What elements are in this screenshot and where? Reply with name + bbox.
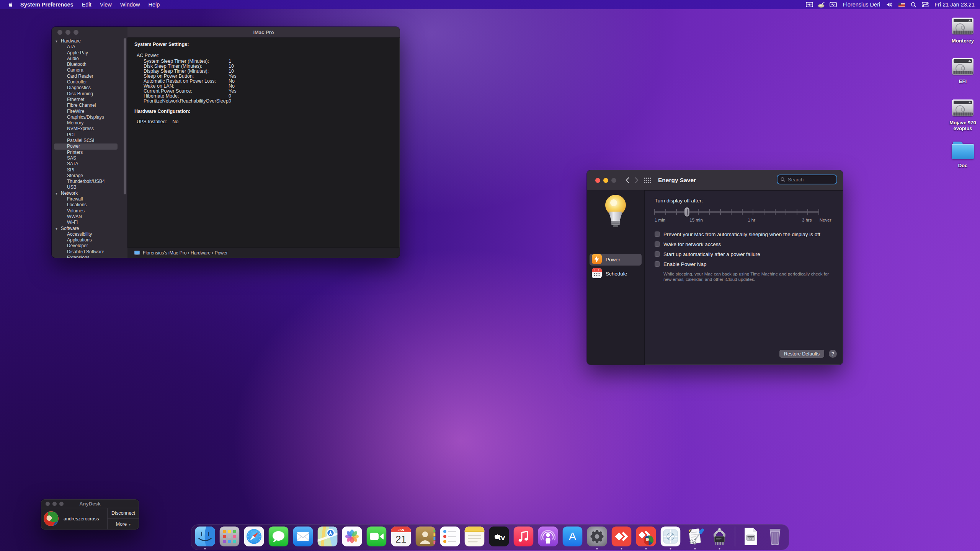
zoom-button[interactable]: [611, 178, 616, 183]
sysinfo-item-card-reader[interactable]: Card Reader: [52, 73, 127, 79]
close-button[interactable]: [57, 30, 62, 35]
sysinfo-item-thunderbolt-usb4[interactable]: Thunderbolt/USB4: [52, 179, 127, 184]
desktop-icon-efi[interactable]: EFI: [948, 58, 978, 84]
wireless-device-icon[interactable]: [817, 1, 826, 8]
sysinfo-item-sata[interactable]: SATA: [52, 161, 127, 167]
dock-item-podcasts[interactable]: [538, 527, 558, 546]
dock-item-tv[interactable]: tv: [489, 527, 509, 546]
menu-item-window[interactable]: Window: [116, 2, 144, 8]
window-title[interactable]: iMac Pro: [127, 27, 400, 38]
dock-item-app-store[interactable]: A: [563, 527, 583, 546]
sysinfo-item-storage[interactable]: Storage: [52, 173, 127, 179]
help-button[interactable]: ?: [829, 350, 837, 358]
more-button[interactable]: More ▾: [108, 518, 139, 530]
sysinfo-item-disabled-software[interactable]: Disabled Software: [52, 249, 127, 255]
us-flag-icon[interactable]: [897, 1, 906, 8]
sysinfo-item-parallel-scsi[interactable]: Parallel SCSI: [52, 138, 127, 143]
desktop-icon-doc[interactable]: Doc: [948, 142, 978, 168]
menu-item-edit[interactable]: Edit: [78, 2, 96, 8]
dock-item-safari[interactable]: [244, 527, 264, 546]
sysinfo-item-camera[interactable]: Camera: [52, 67, 127, 73]
sysinfo-item-apple-pay[interactable]: Apple Pay: [52, 50, 127, 56]
control-center-icon[interactable]: [921, 1, 929, 8]
anydesk-icon[interactable]: [829, 1, 838, 8]
user-menu[interactable]: Florensius Deri: [841, 2, 882, 8]
checkbox-unchecked[interactable]: [655, 251, 660, 257]
sysinfo-item-firewall[interactable]: Firewall: [52, 196, 127, 202]
sysinfo-item-extensions[interactable]: Extensions: [52, 255, 127, 258]
dock-item-maps[interactable]: [318, 527, 338, 546]
menu-item-view[interactable]: View: [96, 2, 116, 8]
sysinfo-item-developer[interactable]: Developer: [52, 243, 127, 249]
dock-item-config-tool[interactable]: [685, 527, 705, 546]
dock-item-trash[interactable]: [765, 527, 785, 546]
back-icon[interactable]: [626, 177, 629, 183]
slider-track[interactable]: [655, 211, 819, 213]
dock-item-finder[interactable]: [195, 527, 215, 546]
dock-item-contacts[interactable]: [416, 527, 436, 546]
sysinfo-item-controller[interactable]: Controller: [52, 79, 127, 85]
minimize-button[interactable]: [603, 178, 608, 183]
dock-item-anydesk-session[interactable]: [636, 527, 656, 546]
desktop-icon-mojave-970-evoplus[interactable]: Mojave 970 evoplus: [948, 99, 978, 131]
sysinfo-item-accessibility[interactable]: Accessibility: [52, 231, 127, 237]
dock-item-calendar[interactable]: JAN21: [391, 527, 411, 546]
checkbox-unchecked[interactable]: [655, 261, 660, 267]
sysinfo-section-software[interactable]: ▾Software: [52, 226, 127, 231]
sysinfo-item-sas[interactable]: SAS: [52, 155, 127, 161]
dock-item-mail[interactable]: [293, 527, 313, 546]
sidebar-scrollbar[interactable]: [124, 38, 126, 194]
anydesk-icon[interactable]: [805, 1, 814, 8]
sysinfo-item-usb[interactable]: USB: [52, 184, 127, 190]
sysinfo-item-memory[interactable]: Memory: [52, 120, 127, 126]
desktop-icon-monterey[interactable]: Monterey: [948, 18, 978, 44]
menu-item-help[interactable]: Help: [144, 2, 164, 8]
sysinfo-item-ethernet[interactable]: Ethernet: [52, 97, 127, 103]
dock-item-messages[interactable]: [269, 527, 289, 546]
dock-item-reminders[interactable]: [440, 527, 460, 546]
sysinfo-item-spi[interactable]: SPI: [52, 167, 127, 173]
dock-item-chip-tool[interactable]: [710, 527, 730, 546]
sysinfo-item-bluetooth[interactable]: Bluetooth: [52, 62, 127, 67]
show-all-grid-icon[interactable]: [644, 178, 651, 183]
volume-icon[interactable]: [885, 1, 894, 8]
sysinfo-section-hardware[interactable]: ▾Hardware: [52, 38, 127, 44]
checkbox-unchecked[interactable]: [655, 231, 660, 237]
checkbox-row-start-up-automatically-after-a-power-fai[interactable]: Start up automatically after a power fai…: [655, 251, 843, 257]
checkbox-row-enable-power-nap[interactable]: Enable Power Nap: [655, 261, 843, 267]
dock-item-music[interactable]: [514, 527, 534, 546]
dock-item-disk-image-file[interactable]: [741, 527, 761, 546]
restore-defaults-button[interactable]: Restore Defaults: [779, 350, 824, 358]
sysinfo-item-printers[interactable]: Printers: [52, 150, 127, 155]
sysinfo-item-graphics-displays[interactable]: Graphics/Displays: [52, 114, 127, 120]
sysinfo-item-applications[interactable]: Applications: [52, 237, 127, 243]
sysinfo-item-volumes[interactable]: Volumes: [52, 208, 127, 214]
dock-item-launchpad[interactable]: [220, 527, 240, 546]
sysinfo-section-network[interactable]: ▾Network: [52, 191, 127, 196]
sysinfo-item-firewire[interactable]: FireWire: [52, 109, 127, 114]
sysinfo-item-wwan[interactable]: WWAN: [52, 214, 127, 220]
forward-icon[interactable]: [635, 177, 639, 183]
energy-tab-power[interactable]: Power: [590, 254, 642, 266]
sysinfo-item-power[interactable]: Power: [54, 143, 118, 149]
checkbox-row-prevent-your-mac-from-automatically-slee[interactable]: Prevent your Mac from automatically slee…: [655, 231, 843, 237]
energy-tab-schedule[interactable]: Schedule: [590, 268, 642, 280]
sysinfo-item-audio[interactable]: Audio: [52, 56, 127, 62]
dock-item-notes[interactable]: [465, 527, 485, 546]
zoom-button[interactable]: [74, 30, 78, 35]
sysinfo-item-ata[interactable]: ATA: [52, 44, 127, 50]
menu-clock[interactable]: Fri 21 Jan 23.21: [933, 2, 975, 8]
sysinfo-item-wi-fi[interactable]: Wi-Fi: [52, 220, 127, 225]
dock-item-anydesk[interactable]: [612, 527, 632, 546]
menu-app-name[interactable]: System Preferences: [16, 2, 78, 8]
disconnect-button[interactable]: Disconnect: [108, 508, 139, 518]
sysinfo-item-locations[interactable]: Locations: [52, 202, 127, 208]
spotlight-icon[interactable]: [909, 1, 918, 8]
search-field[interactable]: [777, 174, 837, 184]
minimize-button[interactable]: [65, 30, 70, 35]
sysinfo-item-fibre-channel[interactable]: Fibre Channel: [52, 103, 127, 108]
dock-item-facetime[interactable]: [367, 527, 387, 546]
close-button[interactable]: [595, 178, 600, 183]
checkbox-row-wake-for-network-access[interactable]: Wake for network access: [655, 241, 843, 247]
checkbox-unchecked[interactable]: [655, 241, 660, 247]
